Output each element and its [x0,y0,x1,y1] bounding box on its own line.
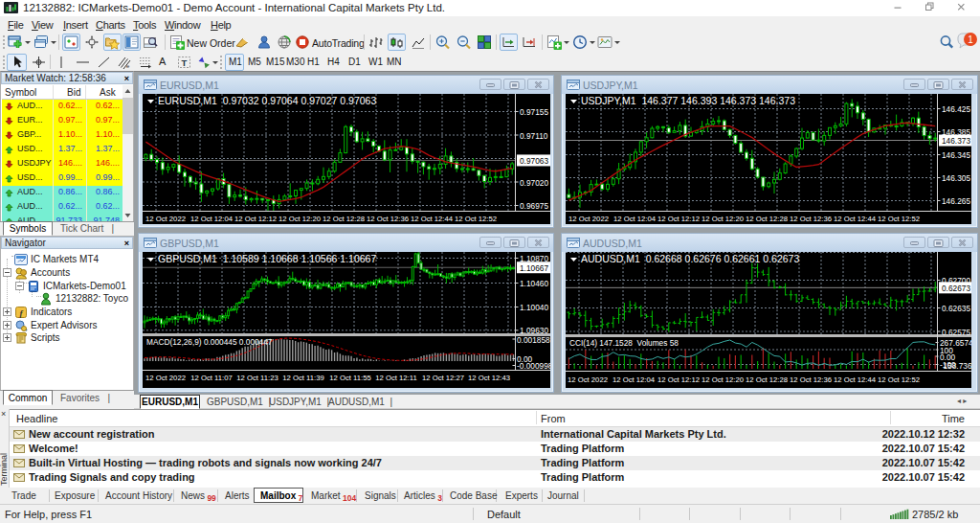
svg-text:0.97063: 0.97063 [520,156,548,166]
svg-text:12 Oct 2022: 12 Oct 2022 [568,375,608,384]
svg-text:12 Oct 12:28: 12 Oct 12:28 [746,375,788,384]
svg-text:12 Oct 11:55: 12 Oct 11:55 [329,374,370,382]
svg-text:GBPUSD,M1 1.10589 1.10668 1.1: GBPUSD,M1 1.10589 1.10668 1.10566 1.1066… [158,253,376,264]
svg-text:12 Oct 11:23: 12 Oct 11:23 [236,374,278,382]
svg-text:12 Oct 12:52: 12 Oct 12:52 [455,215,497,223]
svg-text:AUDUSD,M1 0.62668 0.62676 0.6: AUDUSD,M1 0.62668 0.62676 0.62661 0.6267… [581,253,799,264]
svg-text:12 Oct 12:44: 12 Oct 12:44 [411,215,454,223]
svg-text:0.62575: 0.62575 [942,328,970,337]
svg-text:e: e [126,63,130,69]
svg-text:12 Oct 12:36: 12 Oct 12:36 [790,215,832,223]
svg-text:12 Oct 12:36: 12 Oct 12:36 [367,215,409,223]
svg-text:12 Oct 12:36: 12 Oct 12:36 [790,375,832,384]
svg-text:146.305: 146.305 [942,173,970,183]
svg-text:12 Oct 12:04: 12 Oct 12:04 [612,375,656,384]
svg-text:146.425: 146.425 [942,104,970,114]
svg-text:12 Oct 11:07: 12 Oct 11:07 [190,374,232,382]
svg-text:EURUSD,M1 0.97032 0.97064 0.9: EURUSD,M1 0.97032 0.97064 0.97027 0.9706… [158,95,376,106]
svg-text:12 Oct 2022: 12 Oct 2022 [145,374,186,382]
svg-text:12 Oct 12:44: 12 Oct 12:44 [834,215,877,223]
svg-text:1.10460: 1.10460 [520,279,548,288]
svg-text:0.97020: 0.97020 [520,178,548,188]
svg-text:0.62635: 0.62635 [942,304,970,313]
svg-text:0.96975: 0.96975 [520,201,548,211]
svg-text:12 Oct 12:28: 12 Oct 12:28 [746,215,788,223]
svg-text:0.62673: 0.62673 [942,284,970,293]
svg-text:12 Oct 2022: 12 Oct 2022 [145,215,186,223]
svg-text:12 Oct 11:39: 12 Oct 11:39 [282,374,323,382]
svg-text:12 Oct 2022: 12 Oct 2022 [568,215,609,223]
svg-text:12 Oct 12:12: 12 Oct 12:12 [657,375,700,384]
svg-text:-0.000998: -0.000998 [517,361,550,371]
svg-text:12 Oct 12:27: 12 Oct 12:27 [422,374,464,382]
svg-text:1.10667: 1.10667 [520,263,548,273]
svg-text:12 Oct 12:44: 12 Oct 12:44 [834,375,877,384]
svg-text:12 Oct 12:20: 12 Oct 12:20 [702,215,744,223]
svg-text:12 Oct 12:43: 12 Oct 12:43 [468,374,510,382]
svg-text:12 Oct 12:52: 12 Oct 12:52 [878,375,920,384]
svg-text:146.265: 146.265 [942,196,970,206]
svg-text:146.345: 146.345 [942,150,970,160]
svg-text:T: T [182,57,188,68]
svg-text:1: 1 [968,34,973,45]
svg-text:12 Oct 12:20: 12 Oct 12:20 [702,375,744,384]
svg-text:12 Oct 12:04: 12 Oct 12:04 [613,215,657,223]
svg-text:MACD(12,26,9) 0.000445 0.00044: MACD(12,26,9) 0.000445 0.000447 [146,337,273,347]
svg-text:12 Oct 12:04: 12 Oct 12:04 [190,215,234,223]
svg-text:USDJPY,M1 146.377 146.393 146: USDJPY,M1 146.377 146.393 146.373 146.37… [581,95,795,106]
svg-text:1.10040: 1.10040 [520,303,548,312]
svg-text:0.97155: 0.97155 [520,107,548,117]
svg-text:12 Oct 12:12: 12 Oct 12:12 [657,215,700,223]
svg-text:12 Oct 12:52: 12 Oct 12:52 [878,215,920,223]
svg-text:12 Oct 12:11: 12 Oct 12:11 [375,374,416,382]
svg-text:12 Oct 12:20: 12 Oct 12:20 [278,215,321,223]
svg-text:158.7364: 158.7364 [944,361,972,371]
svg-text:12 Oct 12:12: 12 Oct 12:12 [234,215,277,223]
svg-text:0.97110: 0.97110 [520,131,548,141]
svg-text:146.373: 146.373 [942,136,970,146]
svg-text:CCI(14) 147.1528 Volumes 58: CCI(14) 147.1528 Volumes 58 [569,338,679,348]
svg-text:12 Oct 12:28: 12 Oct 12:28 [323,215,365,223]
svg-text:0.001858: 0.001858 [517,335,550,345]
